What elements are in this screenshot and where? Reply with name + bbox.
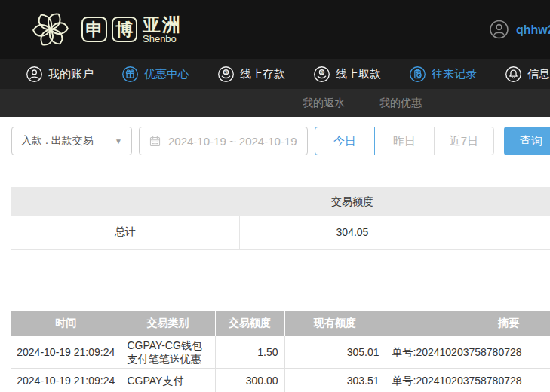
logo-region-cn: 亚洲 bbox=[143, 15, 182, 34]
hand-dollar-icon: $ bbox=[313, 66, 330, 83]
last7days-button[interactable]: 近7日 bbox=[434, 127, 494, 155]
transaction-type-value: 入款 . 出款交易 bbox=[21, 134, 94, 148]
nav-label: 信息 bbox=[527, 67, 550, 81]
cell-summary: 单号:202410203758780728 bbox=[386, 368, 550, 392]
brand-logo[interactable]: 申 博 亚洲 Shenbo bbox=[27, 6, 182, 53]
nav-item-my-account[interactable]: 我的账户 bbox=[26, 66, 94, 83]
cell-time: 2024-10-19 21:09:24 bbox=[11, 368, 121, 392]
page: 申 博 亚洲 Shenbo qhhw2 bbox=[0, 0, 550, 392]
sub-nav: 我的返水 我的优惠 bbox=[0, 89, 550, 117]
logo-region-en: Shenbo bbox=[143, 34, 182, 44]
top-header: 申 博 亚洲 Shenbo qhhw2 bbox=[0, 0, 550, 59]
summary-header-empty2 bbox=[466, 187, 550, 216]
viewport: 申 博 亚洲 Shenbo qhhw2 bbox=[0, 0, 550, 392]
logo-characters: 申 博 bbox=[81, 17, 137, 42]
logo-region: 亚洲 Shenbo bbox=[143, 15, 182, 44]
summary-total-row: 总计 304.05 bbox=[11, 216, 550, 249]
cell-balance: 303.51 bbox=[284, 368, 386, 392]
summary-header-row: 交易额度 bbox=[11, 187, 550, 216]
main-nav: 我的账户 优惠中心 $ bbox=[0, 59, 550, 89]
nav-item-promotions[interactable]: 优惠中心 bbox=[121, 66, 189, 83]
transactions-table: 时间 交易类别 交易额度 现有额度 摘要 2024-10-19 21:09:24… bbox=[11, 311, 550, 392]
col-balance: 现有额度 bbox=[284, 311, 386, 336]
table-row: 2024-10-19 21:09:24 CGPAY支付 300.00 303.5… bbox=[11, 368, 550, 392]
col-type: 交易类别 bbox=[121, 311, 215, 336]
logo-char-bo: 博 bbox=[112, 17, 137, 42]
user-circle-icon bbox=[26, 66, 43, 83]
subnav-item-promo[interactable]: 我的优惠 bbox=[379, 96, 422, 110]
search-button[interactable]: 查询 bbox=[504, 127, 550, 155]
clipboard-clock-icon bbox=[409, 66, 426, 83]
nav-item-withdraw[interactable]: $ 线上取款 bbox=[313, 66, 381, 83]
bell-icon bbox=[505, 66, 522, 83]
svg-text:$: $ bbox=[321, 69, 324, 74]
user-account-link[interactable]: qhhw2 bbox=[489, 20, 550, 40]
today-button[interactable]: 今日 bbox=[315, 127, 375, 155]
summary-empty-cell bbox=[466, 216, 550, 249]
nav-item-messages[interactable]: 信息 bbox=[505, 66, 550, 83]
col-summary: 摘要 bbox=[386, 311, 550, 336]
date-range-value: 2024-10-19 ~ 2024-10-19 bbox=[168, 135, 297, 148]
date-quick-buttons: 今日 昨日 近7日 bbox=[315, 127, 494, 155]
date-range-input[interactable]: 2024-10-19 ~ 2024-10-19 bbox=[139, 127, 308, 155]
chevron-down-icon: ▼ bbox=[115, 137, 122, 145]
summary-total-label: 总计 bbox=[11, 216, 239, 249]
col-amount: 交易额度 bbox=[215, 311, 284, 336]
cell-amount: 300.00 bbox=[215, 368, 284, 392]
content-area: 入款 . 出款交易 ▼ 2024-10-19 ~ 2024-10-19 今日 昨… bbox=[0, 117, 550, 392]
transaction-type-select[interactable]: 入款 . 出款交易 ▼ bbox=[11, 127, 132, 155]
summary-total-amount: 304.05 bbox=[239, 216, 466, 249]
nav-label: 优惠中心 bbox=[144, 67, 189, 81]
nav-label: 我的账户 bbox=[48, 67, 94, 81]
summary-table: 交易额度 总计 304.05 bbox=[11, 187, 550, 250]
cell-type: CGPAY支付 bbox=[121, 368, 215, 392]
cell-amount: 1.50 bbox=[215, 336, 284, 369]
cell-time: 2024-10-19 21:09:24 bbox=[11, 336, 121, 369]
transactions-header-row: 时间 交易类别 交易额度 现有额度 摘要 bbox=[11, 311, 550, 336]
summary-header-empty bbox=[11, 187, 239, 216]
nav-item-records[interactable]: 往来记录 bbox=[409, 66, 477, 83]
nav-label: 往来记录 bbox=[432, 67, 477, 81]
cell-type: CGPAY-CG钱包支付笔笔送优惠 bbox=[121, 336, 215, 369]
cell-balance: 305.01 bbox=[284, 336, 386, 369]
user-avatar-icon bbox=[489, 20, 509, 40]
hand-coin-icon: $ bbox=[217, 66, 235, 83]
nav-item-deposit[interactable]: $ 线上存款 bbox=[217, 66, 285, 83]
col-time: 时间 bbox=[11, 311, 121, 336]
yesterday-button[interactable]: 昨日 bbox=[374, 127, 435, 155]
table-row: 2024-10-19 21:09:24 CGPAY-CG钱包支付笔笔送优惠 1.… bbox=[11, 336, 550, 369]
summary-header-amount: 交易额度 bbox=[239, 187, 466, 216]
calendar-icon bbox=[149, 135, 161, 148]
nav-label: 线上存款 bbox=[240, 67, 285, 81]
svg-text:$: $ bbox=[225, 69, 228, 74]
gift-icon bbox=[121, 66, 139, 83]
nav-label: 线上取款 bbox=[336, 67, 381, 81]
subnav-item-rebate[interactable]: 我的返水 bbox=[303, 96, 345, 110]
logo-char-shen: 申 bbox=[81, 17, 107, 42]
filter-bar: 入款 . 出款交易 ▼ 2024-10-19 ~ 2024-10-19 今日 昨… bbox=[11, 127, 550, 155]
flower-logo-icon bbox=[27, 6, 74, 53]
cell-summary: 单号:202410203758780728 bbox=[386, 336, 550, 369]
username-text: qhhw2 bbox=[516, 23, 550, 36]
